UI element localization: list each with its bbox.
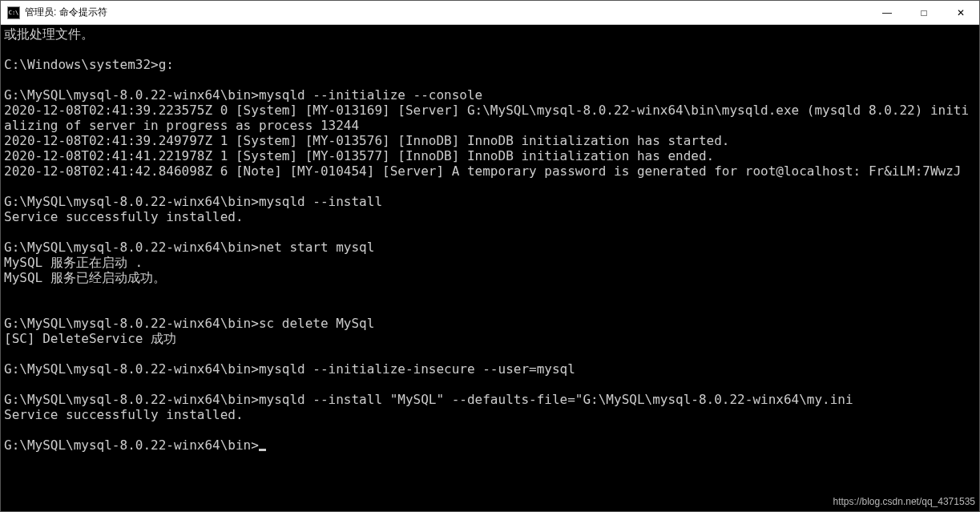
close-button[interactable]: ✕ [942, 1, 979, 24]
terminal-cursor [259, 449, 266, 451]
window-controls: — □ ✕ [869, 1, 979, 24]
window-title: 管理员: 命令提示符 [25, 6, 869, 19]
cmd-window: C:\ 管理员: 命令提示符 — □ ✕ 或批处理文件。 C:\Windows\… [0, 0, 980, 512]
titlebar[interactable]: C:\ 管理员: 命令提示符 — □ ✕ [1, 1, 979, 25]
terminal-output[interactable]: 或批处理文件。 C:\Windows\system32>g: G:\MySQL\… [1, 25, 979, 511]
maximize-button[interactable]: □ [905, 1, 942, 24]
minimize-button[interactable]: — [869, 1, 905, 24]
cmd-icon: C:\ [7, 6, 20, 19]
watermark-text: https://blog.csdn.net/qq_4371535 [833, 496, 975, 507]
